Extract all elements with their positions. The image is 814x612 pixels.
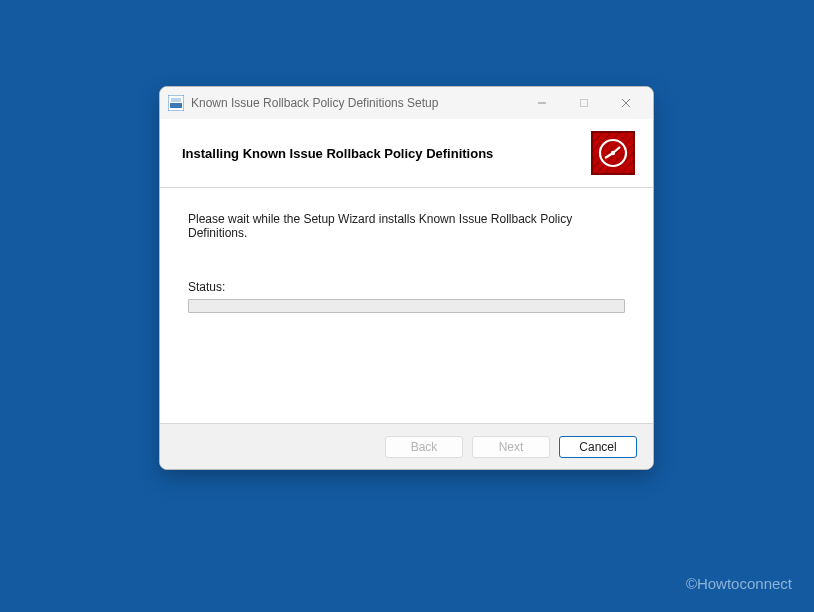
status-label: Status:	[188, 280, 625, 294]
titlebar: Known Issue Rollback Policy Definitions …	[160, 87, 653, 119]
wait-message: Please wait while the Setup Wizard insta…	[188, 212, 625, 240]
page-title: Installing Known Issue Rollback Policy D…	[182, 146, 493, 161]
back-button: Back	[385, 436, 463, 458]
minimize-button[interactable]	[521, 89, 563, 117]
header-band: Installing Known Issue Rollback Policy D…	[160, 119, 653, 188]
window-title: Known Issue Rollback Policy Definitions …	[191, 96, 521, 110]
installer-icon	[168, 95, 184, 111]
setup-dialog: Known Issue Rollback Policy Definitions …	[159, 86, 654, 470]
cancel-button[interactable]: Cancel	[559, 436, 637, 458]
next-button: Next	[472, 436, 550, 458]
progress-bar	[188, 299, 625, 313]
product-logo-icon	[591, 131, 635, 175]
content-area: Please wait while the Setup Wizard insta…	[160, 188, 653, 423]
svg-rect-4	[581, 100, 588, 107]
svg-rect-1	[170, 103, 182, 108]
maximize-button	[563, 89, 605, 117]
watermark-text: ©Howtoconnect	[686, 575, 792, 592]
footer-buttons: Back Next Cancel	[160, 423, 653, 469]
window-controls	[521, 89, 647, 117]
svg-point-13	[611, 151, 615, 155]
svg-rect-2	[171, 98, 181, 102]
close-button[interactable]	[605, 89, 647, 117]
